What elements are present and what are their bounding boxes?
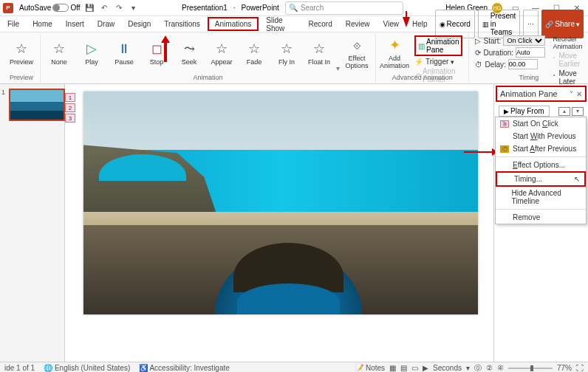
redo-icon[interactable]: ↷ xyxy=(113,2,125,14)
duration-input[interactable] xyxy=(516,47,545,58)
menu-help[interactable]: Help xyxy=(406,18,434,30)
anim-floatin[interactable]: ☆Float In xyxy=(304,34,335,72)
menu-animations[interactable]: Animations xyxy=(208,17,259,31)
menu-view[interactable]: View xyxy=(377,18,406,30)
anim-stop[interactable]: ◻Stop xyxy=(141,34,172,72)
ribbon: ☆Preview Preview ☆None ▷Play ⏸Pause ◻Sto… xyxy=(0,32,588,84)
anim-none[interactable]: ☆None xyxy=(44,34,75,72)
anim-flyin[interactable]: ☆Fly In xyxy=(271,34,302,72)
annotation-arrow-right xyxy=(464,151,493,153)
move-up-icon[interactable]: ▴ xyxy=(558,107,570,116)
accessibility-indicator[interactable]: ♿ Accessibility: Investigate xyxy=(139,364,230,372)
doc-title: Presentation1 xyxy=(182,4,228,12)
save-icon[interactable]: 💾 xyxy=(83,2,95,14)
thumbnail-1[interactable] xyxy=(9,89,65,121)
zoom-level: 77% xyxy=(557,364,572,372)
preview-button[interactable]: ☆Preview xyxy=(6,34,37,72)
move-earlier: ˄ Move Earlier xyxy=(553,52,582,68)
view-sorter-icon[interactable]: ▤ xyxy=(400,364,407,372)
context-menu: 🖱Start On Click Start With Previous ⏱Sta… xyxy=(495,117,587,224)
app-name: PowerPoint xyxy=(242,4,279,12)
ctx-start-on-click[interactable]: 🖱Start On Click xyxy=(496,117,586,130)
ctx-start-after-previous[interactable]: ⏱Start After Previous xyxy=(496,142,586,155)
menu-transitions[interactable]: Transitions xyxy=(158,18,206,30)
ctx-start-with-previous[interactable]: Start With Previous xyxy=(496,130,586,142)
slide-indicator: ide 1 of 1 xyxy=(4,364,35,372)
move-later[interactable]: ˅ Move Later xyxy=(553,69,582,86)
fit-icon[interactable]: ⛶ xyxy=(576,364,584,372)
menu-design[interactable]: Design xyxy=(122,18,157,30)
anim-tag-1[interactable]: 1 xyxy=(65,93,75,102)
anim-appear[interactable]: ☆Appear xyxy=(206,34,237,72)
zoom-slider[interactable] xyxy=(508,368,553,369)
ctx-remove[interactable]: Remove xyxy=(496,211,586,224)
menu-file[interactable]: File xyxy=(1,18,25,30)
seconds-label: Seconds xyxy=(433,364,462,372)
undo-icon[interactable]: ↶ xyxy=(98,2,110,14)
effect-options: ⟐Effect Options xyxy=(341,34,372,72)
autosave-toggle[interactable]: AutoSave Off xyxy=(19,4,81,12)
delay-input[interactable] xyxy=(508,59,538,69)
chevron-down-icon[interactable]: ▾ xyxy=(128,2,140,14)
panel-close-icon[interactable]: ✕ xyxy=(576,90,582,98)
anim-tag-2[interactable]: 2 xyxy=(65,103,75,112)
notes-button[interactable]: 📝 Notes xyxy=(355,364,385,372)
anim-pause[interactable]: ⏸Pause xyxy=(109,34,140,72)
view-normal-icon[interactable]: ▦ xyxy=(389,364,396,372)
play-from-button[interactable]: ▶ Play From xyxy=(499,106,550,117)
search-icon: 🔍 xyxy=(289,4,298,12)
view-reading-icon[interactable]: ▭ xyxy=(411,364,418,372)
menu-record[interactable]: Record xyxy=(302,18,338,30)
panel-title: Animation Pane xyxy=(500,89,558,98)
slide-canvas[interactable]: 1 2 3 xyxy=(65,84,493,362)
annotation-arrow-down xyxy=(403,17,410,27)
menu-draw[interactable]: Draw xyxy=(92,18,120,30)
view-slideshow-icon[interactable]: ▶ xyxy=(423,364,428,372)
slide-thumbnails[interactable]: 1 xyxy=(0,84,65,362)
anim-play[interactable]: ▷Play xyxy=(76,34,107,72)
language-indicator[interactable]: 🌐 English (United States) xyxy=(44,364,130,372)
status-bar: ide 1 of 1 🌐 English (United States) ♿ A… xyxy=(0,362,588,372)
search-input[interactable]: 🔍 Search xyxy=(285,1,403,15)
anim-seek: ⤳Seek xyxy=(174,34,205,72)
move-down-icon[interactable]: ▾ xyxy=(572,107,584,116)
reorder-label: Reorder Animation xyxy=(553,35,582,50)
trigger-button[interactable]: ⚡Trigger ▾ xyxy=(414,58,462,66)
anim-fade[interactable]: ☆Fade xyxy=(239,34,270,72)
start-select[interactable]: On Click xyxy=(503,35,545,46)
ctx-effect-options[interactable]: Effect Options... xyxy=(496,159,586,171)
menu-home[interactable]: Home xyxy=(27,18,58,30)
panel-chevron-icon[interactable]: ˅ xyxy=(570,90,573,98)
menu-insert[interactable]: Insert xyxy=(60,18,90,30)
menu-slideshow[interactable]: Slide Show xyxy=(260,15,301,34)
menu-review[interactable]: Review xyxy=(340,18,376,30)
anim-tag-3[interactable]: 3 xyxy=(65,114,75,123)
cursor-icon: ↖ xyxy=(574,175,580,183)
animation-pane-button[interactable]: ▥Animation Pane xyxy=(414,35,462,56)
menu-bar: File Home Insert Draw Design Transitions… xyxy=(0,16,588,32)
slide-content xyxy=(83,92,478,314)
ctx-hide-timeline[interactable]: Hide Advanced Timeline xyxy=(496,187,586,207)
add-animation[interactable]: ✦Add Animation xyxy=(379,34,410,72)
app-icon: P xyxy=(3,3,13,13)
ctx-timing[interactable]: Timing...↖ xyxy=(496,171,586,187)
